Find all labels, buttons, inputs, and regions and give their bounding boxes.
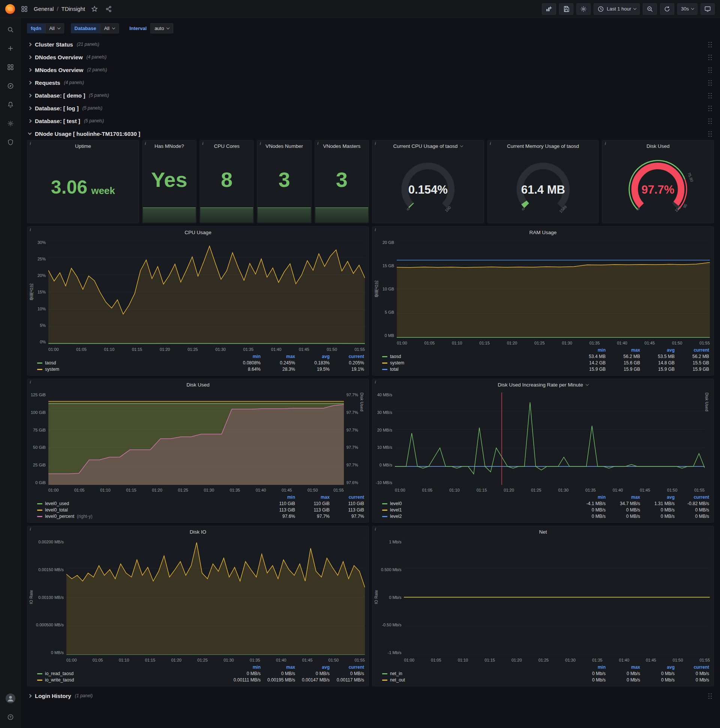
panel-title[interactable]: VNodes Masters [323, 143, 360, 149]
row-drag-handle[interactable] [708, 131, 712, 137]
panel-title[interactable]: CPU Usage [185, 229, 211, 235]
legend-series[interactable]: io_write_taosd [37, 678, 226, 682]
row-drag-handle[interactable] [708, 54, 712, 60]
panel-info-icon[interactable]: i [372, 526, 378, 532]
legend-column-header[interactable]: current [675, 495, 709, 500]
save-dashboard-button[interactable] [559, 3, 574, 15]
legend-column-header[interactable]: avg [640, 665, 675, 670]
row-mnodes-overview[interactable]: MNodes Overview(2 panels) [27, 63, 714, 76]
row-drag-handle[interactable] [708, 41, 712, 47]
configuration-gear-icon[interactable] [6, 119, 15, 128]
variable-value-interval[interactable]: auto [150, 23, 173, 34]
row-database-log[interactable]: Database: [ log ](5 panels) [27, 102, 714, 115]
panel-info-icon[interactable]: i [27, 526, 34, 532]
row-drag-handle[interactable] [708, 118, 712, 124]
legend-column-header[interactable]: current [329, 495, 364, 500]
legend-column-header[interactable]: avg [295, 665, 329, 670]
legend-column-header[interactable]: min [226, 354, 261, 359]
panel-title[interactable]: Disk IO [190, 529, 206, 535]
explore-compass-icon[interactable] [6, 81, 15, 91]
legend-column-header[interactable]: avg [640, 495, 675, 500]
panel-title[interactable]: Uptime [75, 143, 91, 149]
refresh-interval-dropdown[interactable]: 30s [677, 3, 697, 15]
legend-series[interactable]: system [37, 367, 226, 372]
legend-column-header[interactable]: max [295, 495, 329, 500]
legend-series[interactable]: level0_percent(right-y) [37, 514, 261, 519]
panel-info-icon[interactable]: i [602, 140, 608, 146]
legend-series[interactable]: level0 [382, 501, 571, 506]
legend-series[interactable]: level0_total [37, 507, 261, 512]
legend-series[interactable]: level0_used [37, 501, 261, 506]
legend-column-header[interactable]: current [675, 665, 709, 670]
row-cluster-status[interactable]: Cluster Status(21 panels) [27, 38, 714, 50]
create-plus-icon[interactable] [6, 44, 15, 53]
legend-column-header[interactable]: avg [640, 347, 675, 353]
dashboard-settings-button[interactable] [577, 3, 590, 15]
legend-column-header[interactable]: min [571, 495, 606, 500]
variable-label-fqdn[interactable]: fqdn [27, 23, 45, 34]
server-admin-shield-icon[interactable] [6, 137, 15, 147]
user-avatar[interactable] [6, 693, 15, 703]
legend-series[interactable]: system [382, 360, 571, 366]
row-requests[interactable]: Requests(4 panels) [27, 76, 714, 89]
legend-column-header[interactable]: max [261, 354, 295, 359]
legend-column-header[interactable]: min [226, 665, 261, 670]
zoom-out-button[interactable] [643, 3, 657, 15]
panel-title[interactable]: Disk Used [647, 143, 670, 149]
panel-title[interactable]: Disk Used [186, 382, 210, 388]
add-panel-button[interactable] [542, 3, 556, 15]
legend-series[interactable]: net_out [382, 678, 571, 682]
panel-title[interactable]: Has MNode? [154, 143, 184, 149]
legend-column-header[interactable]: min [261, 495, 295, 500]
breadcrumb-section[interactable]: General [34, 6, 53, 12]
panel-title[interactable]: VNodes Number [265, 143, 303, 149]
panel-info-icon[interactable]: i [372, 140, 378, 146]
row-database-demo[interactable]: Database: [ demo ](5 panels) [27, 89, 714, 102]
legend-series[interactable]: taosd [382, 354, 571, 359]
star-icon[interactable] [90, 4, 99, 14]
legend-series[interactable]: net_in [382, 671, 571, 676]
legend-column-header[interactable]: min [571, 665, 606, 670]
legend-series[interactable]: level1 [382, 507, 571, 512]
legend-series[interactable]: total [382, 367, 571, 372]
variable-value-database[interactable]: All [100, 23, 119, 34]
panel-title[interactable]: CPU Cores [214, 143, 239, 149]
panel-info-icon[interactable]: i [315, 140, 321, 146]
row-login-history[interactable]: Login History(1 panel) [27, 689, 714, 702]
grafana-logo[interactable] [5, 4, 15, 14]
legend-column-header[interactable]: avg [295, 354, 329, 359]
legend-column-header[interactable]: max [606, 665, 640, 670]
search-icon[interactable] [6, 25, 15, 35]
legend-column-header[interactable]: current [329, 665, 364, 670]
share-icon[interactable] [104, 4, 114, 14]
panel-info-icon[interactable]: i [27, 227, 34, 232]
legend-series[interactable]: io_read_taosd [37, 671, 226, 676]
dashboards-icon[interactable] [6, 62, 15, 72]
row-dnodes-overview[interactable]: DNodes Overview(4 panels) [27, 50, 714, 63]
time-range-picker[interactable]: Last 1 hour [593, 3, 640, 15]
legend-column-header[interactable]: current [675, 347, 709, 353]
variable-value-fqdn[interactable]: All [45, 23, 64, 34]
legend-column-header[interactable]: max [606, 495, 640, 500]
panel-info-icon[interactable]: i [372, 379, 378, 385]
breadcrumb-page[interactable]: TDinsight [61, 6, 85, 12]
row-drag-handle[interactable] [708, 67, 712, 73]
row-database-test[interactable]: Database: [ test ](5 panels) [27, 115, 714, 127]
panel-title[interactable]: Disk Used Increasing Rate per Minute [497, 382, 583, 388]
row-drag-handle[interactable] [708, 80, 712, 86]
legend-column-header[interactable]: max [261, 665, 295, 670]
refresh-button[interactable] [660, 3, 674, 15]
row-drag-handle[interactable] [708, 105, 712, 112]
panel-title[interactable]: Net [539, 529, 547, 535]
cycle-view-button[interactable] [700, 3, 715, 15]
alerting-bell-icon[interactable] [6, 100, 15, 110]
help-icon[interactable]: ? [6, 712, 15, 722]
variable-label-database[interactable]: Database [71, 23, 100, 34]
panel-info-icon[interactable]: i [372, 227, 378, 232]
legend-column-header[interactable]: max [606, 347, 640, 353]
panel-info-icon[interactable]: i [200, 140, 206, 146]
legend-series[interactable]: taosd [37, 360, 226, 366]
panel-info-icon[interactable]: i [27, 379, 34, 385]
panel-info-icon[interactable]: i [257, 140, 263, 146]
row-drag-handle[interactable] [708, 693, 712, 699]
